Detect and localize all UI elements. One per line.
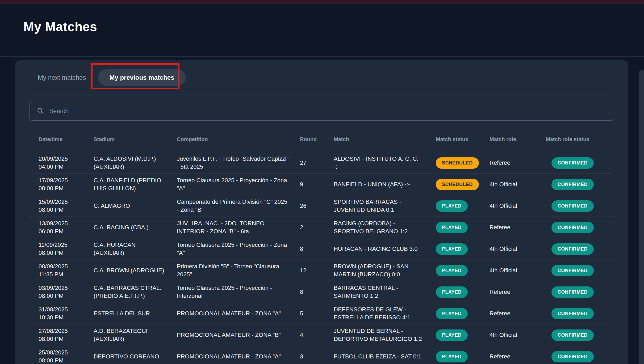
matches-panel: My next matches My previous matches Date… xyxy=(15,60,628,364)
match-role-status-badge: CONFIRMED xyxy=(551,351,594,362)
match-role: Referee xyxy=(490,307,546,320)
match-role: 4th Official xyxy=(490,328,546,342)
match-round: 4 xyxy=(300,328,334,342)
match-role-status-cell: CONFIRMED xyxy=(546,262,614,279)
match-role-status-badge: CONFIRMED xyxy=(551,308,594,319)
match-status-cell: PLAYED xyxy=(436,262,490,279)
vertical-scrollbar[interactable] xyxy=(639,70,644,364)
tabs-bar: My next matches My previous matches xyxy=(38,69,186,86)
match-datetime: 25/08/202508:00 PM xyxy=(39,346,94,364)
match-role: Referee xyxy=(490,350,546,363)
tabs-divider xyxy=(29,95,614,95)
match-round: 12 xyxy=(300,264,334,277)
match-status-badge: PLAYED xyxy=(436,222,468,233)
match-role-status-cell: CONFIRMED xyxy=(546,348,614,364)
match-teams: JUVENTUD DE BERNAL - DEPORTIVO METALURGI… xyxy=(334,324,436,346)
match-role: 4th Official xyxy=(490,264,546,277)
match-datetime: 08/09/202511:35 PM xyxy=(39,260,94,281)
match-teams: BANFIELD - UNION (AFA) -:- xyxy=(334,178,436,191)
table-row[interactable]: 17/09/202508:00 PM C.A. BANFIELD (PREDIO… xyxy=(29,174,614,195)
match-status-badge: PLAYED xyxy=(436,200,468,212)
match-round: 2 xyxy=(300,221,334,234)
match-datetime: 11/09/202508:00 PM xyxy=(39,238,94,260)
match-status-badge: PLAYED xyxy=(436,243,468,255)
table-row[interactable]: 13/09/202506:00 PM C.A. RACING (CBA.) JU… xyxy=(29,217,614,238)
match-role: 4th Official xyxy=(490,242,546,256)
match-status-cell: PLAYED xyxy=(436,198,490,214)
match-role-status-badge: CONFIRMED xyxy=(551,179,594,190)
table-row[interactable]: 25/08/202508:00 PM DEPORTIVO COREANO PRO… xyxy=(29,346,614,364)
table-row[interactable]: 11/09/202508:00 PM C.A. HURACAN (AUXILIA… xyxy=(29,238,614,260)
match-stadium: C.A. BROWN (ADROGUE) xyxy=(94,264,177,277)
table-row[interactable]: 20/09/202504:00 PM C.A. ALDOSIVI (M.D.P.… xyxy=(29,152,614,174)
table-row[interactable]: 08/09/202511:35 PM C.A. BROWN (ADROGUE) … xyxy=(29,260,614,281)
match-role: Referee xyxy=(490,285,546,299)
match-competition: PROMOCIONAL AMATEUR - ZONA "B" xyxy=(177,328,300,342)
match-competition: Torneo Clausura 2025 - Proyección - Zona… xyxy=(177,174,300,195)
column-header-round: Round xyxy=(300,136,334,142)
match-round: 8 xyxy=(300,285,334,299)
table-row[interactable]: 27/08/202508:00 PM A.D. BERAZATEGUI (AUX… xyxy=(29,324,614,346)
matches-table: Date/time Stadium Competition Round Matc… xyxy=(29,127,614,364)
tab-my-previous-matches[interactable]: My previous matches xyxy=(98,69,185,86)
match-teams: ALDOSIVI - INSTITUTO A. C. C. -:- xyxy=(334,152,436,173)
match-competition: Primera División "B" - Torneo "Clausura … xyxy=(177,260,300,281)
match-status-badge: PLAYED xyxy=(436,308,468,319)
match-status-cell: SCHEDULED xyxy=(436,176,490,193)
match-competition: Juveniles L.P.F. - Trofeo "Salvador Capi… xyxy=(177,152,300,173)
match-status-badge: SCHEDULED xyxy=(436,157,479,169)
match-status-cell: PLAYED xyxy=(436,348,490,364)
match-teams: HURACAN - RACING CLUB 3:0 xyxy=(334,242,436,256)
match-round: 26 xyxy=(300,199,334,213)
match-round: 3 xyxy=(300,350,334,363)
match-role-status-badge: CONFIRMED xyxy=(551,157,594,169)
match-datetime: 17/09/202508:00 PM xyxy=(39,174,94,195)
match-datetime: 03/09/202508:00 PM xyxy=(39,281,94,303)
column-header-match: Match xyxy=(334,136,436,142)
top-accent-bar xyxy=(0,0,644,3)
match-role-status-cell: CONFIRMED xyxy=(546,327,614,344)
search-input[interactable] xyxy=(49,108,607,115)
match-status-badge: SCHEDULED xyxy=(436,179,479,190)
match-status-cell: PLAYED xyxy=(436,284,490,300)
match-teams: DEFENSORES DE GLEW - ESTRELLA DE BERISSO… xyxy=(334,303,436,324)
match-teams: BARRACAS CENTRAL - SARMIENTO 1:2 xyxy=(334,281,436,303)
match-round: 8 xyxy=(300,242,334,256)
table-row[interactable]: 03/09/202508:00 PM C.A. BARRACAS CTRAL. … xyxy=(29,281,614,303)
match-role-status-cell: CONFIRMED xyxy=(546,241,614,257)
match-competition: JUV. 1RA. NAC. - 2DO. TORNEO INTERIOR - … xyxy=(177,217,300,238)
match-datetime: 15/09/202508:00 PM xyxy=(39,195,94,217)
match-role-status-badge: CONFIRMED xyxy=(551,200,594,212)
column-header-match-role-status: Match role status xyxy=(546,136,614,142)
column-header-match-status: Match status xyxy=(436,136,490,142)
match-status-badge: PLAYED xyxy=(436,329,468,341)
match-role-status-badge: CONFIRMED xyxy=(551,222,594,233)
table-row[interactable]: 31/08/202510:30 PM ESTRELLA DEL SUR PROM… xyxy=(29,303,614,324)
search-icon xyxy=(37,107,44,115)
table-row[interactable]: 15/09/202508:00 PM C. ALMAGRO Campeonato… xyxy=(29,195,614,217)
match-role-status-badge: CONFIRMED xyxy=(551,265,594,276)
match-status-cell: PLAYED xyxy=(436,327,490,344)
match-role-status-cell: CONFIRMED xyxy=(546,198,614,214)
match-role-status-badge: CONFIRMED xyxy=(551,286,594,298)
match-stadium: ESTRELLA DEL SUR xyxy=(94,307,177,320)
match-stadium: C.A. RACING (CBA.) xyxy=(94,221,177,234)
column-header-datetime: Date/time xyxy=(39,136,94,142)
search-box[interactable] xyxy=(29,102,614,121)
match-role-status-cell: CONFIRMED xyxy=(546,176,614,193)
tab-my-next-matches[interactable]: My next matches xyxy=(38,74,86,81)
match-status-cell: SCHEDULED xyxy=(436,155,490,171)
match-competition: Torneo Clausura 2025 - Proyección - Inte… xyxy=(177,281,300,303)
match-teams: RACING (CORDOBA) - SPORTIVO BELGRANO 1:2 xyxy=(334,217,436,238)
column-header-competition: Competition xyxy=(177,136,300,142)
match-round: 5 xyxy=(300,307,334,320)
match-status-badge: PLAYED xyxy=(436,286,468,298)
match-status-badge: PLAYED xyxy=(436,265,468,276)
column-header-match-role: Match role xyxy=(490,136,546,142)
match-role-status-cell: CONFIRMED xyxy=(546,284,614,300)
match-stadium: A.D. BERAZATEGUI (AUXILIAR) xyxy=(94,324,177,346)
match-stadium: C.A. BANFIELD (PREDIO LUIS GUILLON) xyxy=(94,174,177,195)
match-competition: Torneo Clausura 2025 - Proyección - Zona… xyxy=(177,238,300,260)
match-datetime: 31/08/202510:30 PM xyxy=(39,303,94,324)
match-teams: SPORTIVO BARRACAS - JUVENTUD UNIDA 0:1 xyxy=(334,195,436,217)
